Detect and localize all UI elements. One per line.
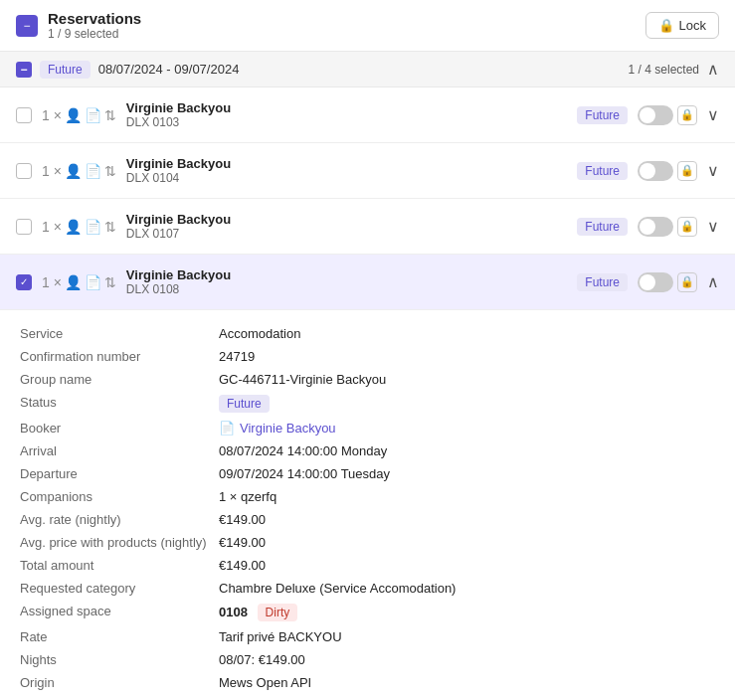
row3-lock-icon: 🔒 [677,217,697,237]
detail-grid: Service Accomodation Confirmation number… [20,326,715,700]
arrival-value: 08/07/2024 14:00:00 Monday [219,443,715,458]
status-label: Status [20,395,219,413]
row2-status-badge: Future [577,162,628,180]
row3-guest-name: Virginie Backyou [126,212,567,227]
confirmation-value: 24719 [219,349,715,364]
group-collapse-button[interactable]: ∧ [707,60,719,79]
row2-guest-name: Virginie Backyou [126,156,567,171]
row1-toggle-lock: 🔒 [638,105,697,125]
row3-status-badge: Future [577,218,628,236]
row3-icons: 1 × 👤 📄 ⇅ [42,219,116,235]
space-number: 0108 [219,605,248,619]
guest-icon: 👤 [65,219,82,235]
header-left: − Reservations 1 / 9 selected [16,10,141,41]
document-icon: 📄 [85,163,101,179]
selected-subtitle: 1 / 9 selected [48,27,141,41]
service-label: Service [20,326,219,341]
items-icon: ⇅ [104,107,116,123]
guest-icon: 👤 [65,163,82,179]
space-label: Assigned space [20,604,219,621]
status-value: Future [219,395,715,413]
row4-guest-name: Virginie Backyou [126,267,567,282]
row2-expand-button[interactable]: ∨ [707,161,719,180]
total-label: Total amount [20,558,219,573]
rate-value: Tarif privé BACKYOU [219,629,715,644]
nights-label: Nights [20,652,219,667]
arrival-label: Arrival [20,443,219,458]
row1-guest-info: Virginie Backyou DLX 0103 [126,100,567,129]
person-count-icon: 1 × [42,274,62,290]
row3-checkbox[interactable] [16,219,32,235]
page-header: − Reservations 1 / 9 selected 🔒 Lock [0,0,735,52]
row1-lock-icon: 🔒 [677,105,697,125]
confirmation-label: Confirmation number [20,349,219,364]
person-count-icon: 1 × [42,107,62,123]
row1-expand-button[interactable]: ∨ [707,105,719,124]
document-icon: 📄 [85,107,101,123]
group-future-badge: Future [40,61,91,79]
row2-room-code: DLX 0104 [126,171,567,185]
origin-label: Origin [20,675,219,690]
document-icon: 📄 [85,219,101,235]
avg-price-value: €149.00 [219,535,715,550]
table-row: 1 × 👤 📄 ⇅ Virginie Backyou DLX 0108 Futu… [0,255,735,310]
booker-link[interactable]: Virginie Backyou [240,421,336,436]
booker-value: 📄 Virginie Backyou [219,421,715,436]
nights-value: 08/07: €149.00 [219,652,715,667]
companions-label: Companions [20,489,219,504]
group-checkbox[interactable] [16,62,32,78]
row3-toggle-lock: 🔒 [638,217,697,237]
row3-expand-button[interactable]: ∨ [707,217,719,236]
lock-button[interactable]: 🔒 Lock [645,12,719,39]
row3-room-code: DLX 0107 [126,227,567,241]
avg-price-label: Avg. price with products (nightly) [20,535,219,550]
row1-guest-name: Virginie Backyou [126,100,567,115]
person-count-icon: 1 × [42,163,62,179]
row4-toggle[interactable] [638,272,673,292]
booker-label: Booker [20,421,219,436]
avg-rate-value: €149.00 [219,512,715,527]
avg-rate-label: Avg. rate (nightly) [20,512,219,527]
group-header: Future 08/07/2024 - 09/07/2024 1 / 4 sel… [0,52,735,88]
table-row: 1 × 👤 📄 ⇅ Virginie Backyou DLX 0103 Futu… [0,88,735,143]
row2-lock-icon: 🔒 [677,161,697,181]
row2-icons: 1 × 👤 📄 ⇅ [42,163,116,179]
category-value: Chambre Deluxe (Service Accomodation) [219,581,715,596]
row1-room-code: DLX 0103 [126,115,567,129]
row4-lock-icon: 🔒 [677,272,697,292]
departure-value: 09/07/2024 14:00:00 Tuesday [219,466,715,481]
category-label: Requested category [20,581,219,596]
row3-toggle[interactable] [638,217,673,237]
group-header-left: Future 08/07/2024 - 09/07/2024 [16,61,239,79]
row4-room-code: DLX 0108 [126,282,567,296]
row1-checkbox[interactable] [16,107,32,123]
detail-panel: Service Accomodation Confirmation number… [0,310,735,700]
row2-toggle[interactable] [638,161,673,181]
table-row: 1 × 👤 📄 ⇅ Virginie Backyou DLX 0104 Futu… [0,143,735,199]
row4-checkbox[interactable] [16,274,32,290]
row4-status-badge: Future [577,273,628,291]
row1-icons: 1 × 👤 📄 ⇅ [42,107,116,123]
group-name-value: GC-446711-Virginie Backyou [219,372,715,387]
departure-label: Departure [20,466,219,481]
row3-guest-info: Virginie Backyou DLX 0107 [126,212,567,241]
items-icon: ⇅ [104,274,116,290]
row4-toggle-lock: 🔒 [638,272,697,292]
rate-label: Rate [20,629,219,644]
row4-collapse-button[interactable]: ∧ [707,272,719,291]
row2-toggle-lock: 🔒 [638,161,697,181]
row2-checkbox[interactable] [16,163,32,179]
row4-icons: 1 × 👤 📄 ⇅ [42,274,116,290]
service-value: Accomodation [219,326,715,341]
row4-guest-info: Virginie Backyou DLX 0108 [126,267,567,296]
document-icon: 📄 [85,274,101,290]
total-value: €149.00 [219,558,715,573]
lock-icon: 🔒 [658,18,674,33]
group-date-range: 08/07/2024 - 09/07/2024 [98,62,240,77]
row1-toggle[interactable] [638,105,673,125]
header-icon: − [16,15,38,37]
group-name-label: Group name [20,372,219,387]
status-badge: Future [219,395,270,413]
table-row: 1 × 👤 📄 ⇅ Virginie Backyou DLX 0107 Futu… [0,199,735,255]
guest-icon: 👤 [65,274,82,290]
